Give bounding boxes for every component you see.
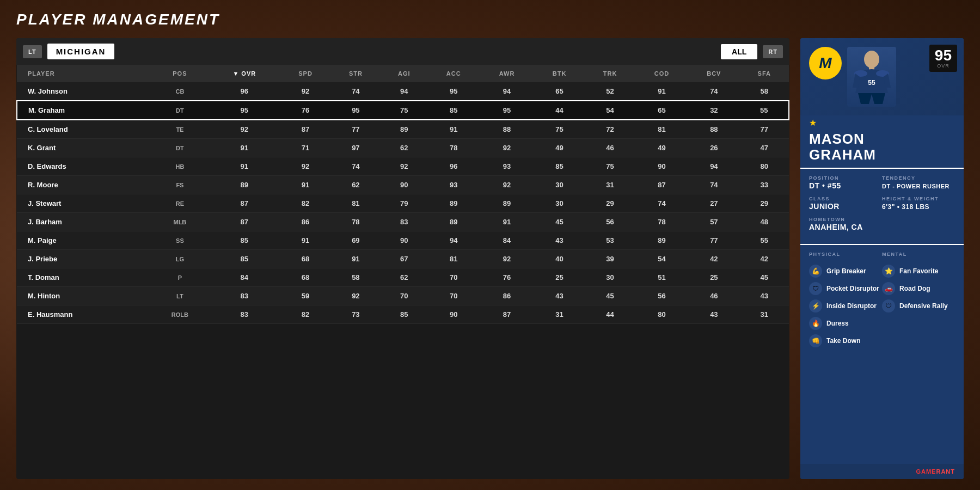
cell-trk: 45 bbox=[585, 287, 635, 305]
table-row[interactable]: M. HintonLT8359927070864345564643 bbox=[17, 287, 789, 305]
cell-trk: 39 bbox=[585, 250, 635, 268]
cell-agi: 75 bbox=[381, 101, 427, 120]
table-row[interactable]: D. EdwardsHB9192749296938575909480 bbox=[17, 157, 789, 176]
col-bcv[interactable]: BCV bbox=[688, 65, 739, 82]
rt-button[interactable]: RT bbox=[763, 45, 783, 58]
cell-str: 91 bbox=[331, 250, 381, 268]
table-row[interactable]: W. JohnsonCB9692749495946552917458 bbox=[17, 82, 789, 101]
cell-trk: 46 bbox=[585, 139, 635, 157]
trait-icon: 💪 bbox=[809, 265, 822, 278]
trait-name: Road Dog bbox=[899, 285, 930, 292]
cell-cod: 89 bbox=[635, 231, 688, 250]
svg-text:55: 55 bbox=[868, 79, 875, 87]
col-sfa[interactable]: SFA bbox=[740, 65, 789, 82]
class-label: CLASS bbox=[809, 196, 882, 201]
table-row[interactable]: R. MooreFS8991629093923031877433 bbox=[17, 176, 789, 194]
lt-button[interactable]: LT bbox=[23, 45, 42, 58]
col-cod[interactable]: COD bbox=[635, 65, 688, 82]
col-ovr[interactable]: ▼ OVR bbox=[209, 65, 280, 82]
cell-cod: 78 bbox=[635, 213, 688, 231]
col-player[interactable]: PLAYER bbox=[17, 65, 151, 82]
trait-icon: 🛡 bbox=[809, 282, 822, 295]
table-row[interactable]: J. PriebeLG8568916781924039544242 bbox=[17, 250, 789, 268]
filter-all[interactable]: ALL bbox=[721, 44, 757, 59]
cell-awr: 87 bbox=[480, 305, 534, 324]
cell-bcv: 94 bbox=[688, 157, 739, 176]
physical-trait-item: 🔥 Duress bbox=[809, 317, 882, 330]
cell-str: 62 bbox=[331, 176, 381, 194]
traits-section: PHYSICAL 💪 Grip Breaker 🛡 Pocket Disrupt… bbox=[800, 245, 964, 464]
physical-traits-list: 💪 Grip Breaker 🛡 Pocket Disruptor ⚡ Insi… bbox=[809, 265, 882, 352]
table-row[interactable]: J. StewartRE8782817989893029742729 bbox=[17, 194, 789, 213]
cell-agi: 90 bbox=[381, 231, 427, 250]
table-row[interactable]: K. GrantDT9171976278924946492647 bbox=[17, 139, 789, 157]
table-row[interactable]: C. LovelandTE9287778991887572818877 bbox=[17, 120, 789, 139]
cell-player: K. Grant bbox=[17, 139, 151, 157]
cell-bcv: 77 bbox=[688, 231, 739, 250]
cell-trk: 44 bbox=[585, 305, 635, 324]
cell-sfa: 77 bbox=[740, 120, 789, 139]
info-position: POSITION DT • #55 bbox=[809, 175, 882, 191]
table-row[interactable]: M. PaigeSS8591699094844353897755 bbox=[17, 231, 789, 250]
table-row[interactable]: J. BarhamMLB8786788389914556785748 bbox=[17, 213, 789, 231]
cell-pos: MLB bbox=[151, 213, 209, 231]
cell-btk: 44 bbox=[534, 101, 585, 120]
tendency-value: DT - Power Rusher bbox=[882, 183, 950, 189]
team-logo: M bbox=[809, 47, 842, 79]
team-name: MICHIGAN bbox=[47, 44, 115, 59]
cell-str: 69 bbox=[331, 231, 381, 250]
cell-bcv: 74 bbox=[688, 82, 739, 101]
col-agi[interactable]: AGI bbox=[381, 65, 427, 82]
cell-ovr: 84 bbox=[209, 268, 280, 287]
physical-header: PHYSICAL bbox=[809, 252, 882, 257]
cell-awr: 93 bbox=[480, 157, 534, 176]
cell-btk: 40 bbox=[534, 250, 585, 268]
col-pos[interactable]: POS bbox=[151, 65, 209, 82]
table-row[interactable]: E. HausmannROLB8382738590873144804331 bbox=[17, 305, 789, 324]
cell-acc: 89 bbox=[427, 194, 480, 213]
cell-pos: HB bbox=[151, 157, 209, 176]
trait-name: Take Down bbox=[826, 337, 860, 345]
cell-acc: 91 bbox=[427, 120, 480, 139]
cell-cod: 87 bbox=[635, 176, 688, 194]
content-area: LT MICHIGAN ALL RT PLAYER POS ▼ OVR SPD … bbox=[16, 38, 964, 479]
cell-sfa: 31 bbox=[740, 305, 789, 324]
cell-player: E. Hausmann bbox=[17, 305, 151, 324]
cell-pos: LG bbox=[151, 250, 209, 268]
page-title: PLAYER MANAGEMENT bbox=[16, 11, 964, 28]
cell-str: 81 bbox=[331, 194, 381, 213]
cell-acc: 85 bbox=[427, 101, 480, 120]
cell-sfa: 55 bbox=[740, 101, 789, 120]
cell-acc: 93 bbox=[427, 176, 480, 194]
cell-trk: 53 bbox=[585, 231, 635, 250]
cell-spd: 92 bbox=[280, 82, 331, 101]
cell-player: J. Stewart bbox=[17, 194, 151, 213]
cell-trk: 56 bbox=[585, 213, 635, 231]
col-acc[interactable]: ACC bbox=[427, 65, 480, 82]
cell-player: T. Doman bbox=[17, 268, 151, 287]
mental-column: MENTAL ⭐ Fan Favorite 🚗 Road Dog 🛡 Defen… bbox=[882, 252, 955, 352]
hometown-label: HOMETOWN bbox=[809, 217, 955, 222]
physical-trait-item: 🛡 Pocket Disruptor bbox=[809, 282, 882, 295]
card-top: M 55 bbox=[800, 38, 964, 115]
cell-spd: 59 bbox=[280, 287, 331, 305]
position-value: DT • #55 bbox=[809, 181, 841, 190]
cell-spd: 91 bbox=[280, 231, 331, 250]
col-spd[interactable]: SPD bbox=[280, 65, 331, 82]
cell-sfa: 48 bbox=[740, 213, 789, 231]
cell-spd: 82 bbox=[280, 305, 331, 324]
tendency-label: TENDENCY bbox=[882, 175, 955, 181]
cell-agi: 62 bbox=[381, 268, 427, 287]
cell-awr: 94 bbox=[480, 82, 534, 101]
table-row[interactable]: T. DomanP8468586270762530512545 bbox=[17, 268, 789, 287]
cell-ovr: 83 bbox=[209, 305, 280, 324]
col-awr[interactable]: AWR bbox=[480, 65, 534, 82]
col-btk[interactable]: BTK bbox=[534, 65, 585, 82]
table-row[interactable]: M. GrahamDT9576957585954454653255 bbox=[17, 101, 789, 120]
cell-sfa: 58 bbox=[740, 82, 789, 101]
col-trk[interactable]: TRK bbox=[585, 65, 635, 82]
cell-sfa: 43 bbox=[740, 287, 789, 305]
ovr-badge: 95 OVR bbox=[929, 45, 957, 72]
cell-cod: 90 bbox=[635, 157, 688, 176]
col-str[interactable]: STR bbox=[331, 65, 381, 82]
